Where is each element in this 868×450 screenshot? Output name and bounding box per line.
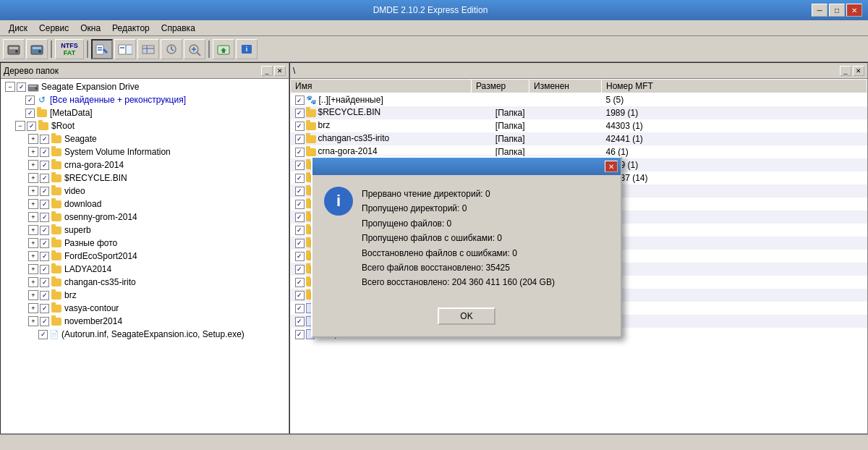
toolbar-ntfs-fat[interactable]: NTFS FAT [55, 39, 84, 59]
tree-item-brz[interactable]: + ✓ brz [1, 289, 289, 302]
col-size[interactable]: Размер [472, 80, 529, 93]
expand-seagate-drive[interactable]: − [5, 82, 15, 92]
check-recycle[interactable]: ✓ [40, 174, 49, 183]
maximize-button[interactable]: □ [829, 4, 845, 17]
right-panel-close-btn[interactable]: ✕ [853, 66, 864, 76]
expand-osenny[interactable]: + [28, 212, 38, 222]
tree-item-sysvolinfo[interactable]: + ✓ System Volume Information [1, 145, 289, 158]
ok-button[interactable]: OK [438, 307, 495, 325]
tree-item-seagate-drive[interactable]: − ✓ Seagate Expansion Drive [1, 80, 289, 93]
minimize-button[interactable]: ─ [812, 4, 827, 17]
expand-crna[interactable]: + [28, 160, 38, 170]
table-row[interactable]: ✓brz[Папка]44303 (1) [291, 119, 867, 132]
expand-vasya[interactable]: + [28, 303, 38, 313]
check-brz[interactable]: ✓ [40, 291, 49, 300]
tree-item-root[interactable]: − ✓ $Root [1, 119, 289, 132]
check-seagate-folder[interactable]: ✓ [40, 135, 49, 144]
panel-close-btn[interactable]: ✕ [274, 66, 286, 76]
file-checkbox[interactable]: ✓ [295, 174, 305, 183]
menu-editor[interactable]: Редактор [106, 22, 156, 35]
expand-brz[interactable]: + [28, 290, 38, 300]
close-button[interactable]: ✕ [846, 4, 862, 17]
toolbar-btn-export[interactable] [213, 39, 234, 59]
folder-tree[interactable]: − ✓ Seagate Expansion Drive ✓ ↺ [Все най… [1, 79, 289, 433]
check-crna[interactable]: ✓ [40, 161, 49, 170]
expand-sysvolinfo[interactable]: + [28, 147, 38, 157]
menu-help[interactable]: Справка [156, 22, 201, 35]
tree-item-superb[interactable]: + ✓ superb [1, 224, 289, 237]
tree-item-vasya[interactable]: + ✓ vasya-contour [1, 302, 289, 315]
tree-item-ford[interactable]: + ✓ FordEcoSport2014 [1, 250, 289, 263]
expand-download[interactable]: + [28, 199, 38, 209]
expand-ladya[interactable]: + [28, 264, 38, 274]
file-checkbox[interactable]: ✓ [295, 239, 305, 248]
file-checkbox[interactable]: ✓ [295, 148, 305, 157]
file-checkbox[interactable]: ✓ [295, 161, 305, 170]
check-superb[interactable]: ✓ [40, 226, 49, 235]
toolbar-btn-1[interactable] [3, 39, 25, 59]
file-checkbox[interactable]: ✓ [295, 109, 305, 118]
check-raznye[interactable]: ✓ [40, 239, 49, 248]
tree-item-november[interactable]: + ✓ november2014 [1, 315, 289, 328]
menu-service[interactable]: Сервис [33, 22, 75, 35]
tree-item-download[interactable]: + ✓ download [1, 198, 289, 211]
check-download[interactable]: ✓ [40, 200, 49, 209]
file-checkbox[interactable]: ✓ [295, 213, 305, 222]
file-checkbox[interactable]: ✓ [295, 265, 305, 274]
expand-raznye[interactable]: + [28, 238, 38, 248]
check-november[interactable]: ✓ [40, 317, 49, 326]
expand-november[interactable]: + [28, 316, 38, 326]
toolbar-btn-scan5[interactable] [184, 39, 205, 59]
expand-ford[interactable]: + [28, 251, 38, 261]
check-root[interactable]: ✓ [27, 122, 36, 131]
col-modified[interactable]: Изменен [529, 80, 602, 93]
menu-windows[interactable]: Окна [75, 22, 106, 35]
expand-root[interactable]: − [15, 121, 25, 131]
tree-item-changan[interactable]: + ✓ changan-cs35-irito [1, 276, 289, 289]
tree-item-ladya[interactable]: + ✓ LADYA2014 [1, 263, 289, 276]
expand-video[interactable]: + [28, 186, 38, 196]
tree-item-metadata[interactable]: ✓ [MetaData] [1, 106, 289, 119]
check-changan[interactable]: ✓ [40, 278, 49, 287]
expand-changan[interactable]: + [28, 277, 38, 287]
file-checkbox[interactable]: ✓ [295, 226, 305, 235]
tree-item-crna[interactable]: + ✓ crna-gora-2014 [1, 158, 289, 171]
file-checkbox[interactable]: ✓ [295, 200, 305, 209]
check-all-found[interactable]: ✓ [25, 95, 35, 105]
file-checkbox[interactable]: ✓ [295, 187, 305, 196]
file-checkbox[interactable]: ✓ [295, 291, 305, 300]
file-checkbox[interactable]: ✓ [295, 330, 305, 339]
toolbar-btn-scan3[interactable] [137, 39, 159, 59]
table-row[interactable]: ✓$RECYCLE.BIN[Папка]1989 (1) [291, 106, 867, 119]
panel-minimize-btn[interactable]: _ [261, 66, 273, 76]
check-video[interactable]: ✓ [40, 187, 49, 196]
check-ford[interactable]: ✓ [40, 252, 49, 261]
file-checkbox[interactable]: ✓ [295, 304, 305, 313]
toolbar-btn-scan1[interactable] [91, 39, 113, 59]
file-checkbox[interactable]: ✓ [295, 317, 305, 326]
toolbar-btn-scan4[interactable] [161, 39, 182, 59]
check-ladya[interactable]: ✓ [40, 265, 49, 274]
tree-item-all-found[interactable]: ✓ ↺ [Все найденные + реконструкция] [1, 93, 289, 106]
check-osenny[interactable]: ✓ [40, 213, 49, 222]
file-checkbox[interactable]: ✓ [295, 252, 305, 261]
menu-disk[interactable]: Диск [3, 22, 33, 35]
expand-recycle[interactable]: + [28, 173, 38, 183]
col-mft[interactable]: Номер MFT [602, 80, 867, 93]
tree-item-raznye[interactable]: + ✓ Разные фото [1, 237, 289, 250]
table-row[interactable]: ✓🐾[..][+найденные]5 (5) [291, 93, 867, 106]
col-name[interactable]: Имя [291, 80, 472, 93]
check-vasya[interactable]: ✓ [40, 304, 49, 313]
expand-seagate-folder[interactable]: + [28, 134, 38, 144]
check-files[interactable]: ✓ [38, 330, 48, 339]
file-checkbox[interactable]: ✓ [295, 278, 305, 287]
file-checkbox[interactable]: ✓ [295, 135, 305, 144]
tree-item-recycle[interactable]: + ✓ $RECYCLE.BIN [1, 171, 289, 184]
tree-item-video[interactable]: + ✓ video [1, 184, 289, 198]
toolbar-btn-2[interactable] [26, 39, 48, 59]
check-seagate-drive[interactable]: ✓ [17, 82, 26, 92]
tree-item-files[interactable]: ✓ 📄 (Autorun.inf, SeagateExpansion.ico, … [1, 328, 289, 341]
check-metadata[interactable]: ✓ [25, 109, 35, 118]
table-row[interactable]: ✓changan-cs35-irito[Папка]42441 (1) [291, 132, 867, 145]
dialog-close-btn[interactable]: ✕ [605, 161, 618, 172]
